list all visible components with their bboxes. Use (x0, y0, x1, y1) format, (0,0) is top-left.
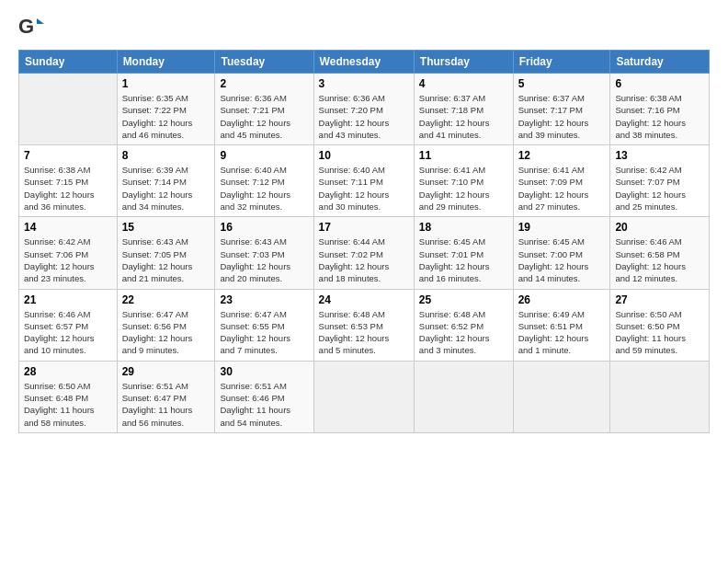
day-number: 21 (24, 293, 112, 306)
header-monday: Monday (117, 51, 215, 74)
calendar-cell: 3Sunrise: 6:36 AM Sunset: 7:20 PM Daylig… (313, 74, 414, 145)
day-info: Sunrise: 6:40 AM Sunset: 7:12 PM Dayligh… (220, 164, 308, 213)
header-sunday: Sunday (19, 51, 118, 74)
header-friday: Friday (513, 51, 610, 74)
day-info: Sunrise: 6:41 AM Sunset: 7:09 PM Dayligh… (518, 164, 606, 213)
calendar-cell: 10Sunrise: 6:40 AM Sunset: 7:11 PM Dayli… (313, 145, 414, 217)
calendar-cell: 2Sunrise: 6:36 AM Sunset: 7:21 PM Daylig… (215, 74, 313, 145)
calendar-cell: 28Sunrise: 6:50 AM Sunset: 6:48 PM Dayli… (19, 361, 118, 432)
day-info: Sunrise: 6:39 AM Sunset: 7:14 PM Dayligh… (122, 164, 210, 213)
calendar-cell: 12Sunrise: 6:41 AM Sunset: 7:09 PM Dayli… (513, 145, 610, 217)
day-info: Sunrise: 6:51 AM Sunset: 6:47 PM Dayligh… (122, 380, 210, 429)
calendar-cell: 7Sunrise: 6:38 AM Sunset: 7:15 PM Daylig… (19, 145, 118, 217)
calendar-cell: 18Sunrise: 6:45 AM Sunset: 7:01 PM Dayli… (414, 217, 513, 289)
day-number: 6 (615, 77, 704, 90)
calendar-cell: 9Sunrise: 6:40 AM Sunset: 7:12 PM Daylig… (215, 145, 313, 217)
calendar-cell: 29Sunrise: 6:51 AM Sunset: 6:47 PM Dayli… (117, 361, 215, 432)
header-wednesday: Wednesday (313, 51, 414, 74)
calendar-week-row: 28Sunrise: 6:50 AM Sunset: 6:48 PM Dayli… (19, 361, 710, 432)
day-info: Sunrise: 6:46 AM Sunset: 6:57 PM Dayligh… (24, 308, 112, 357)
day-number: 24 (319, 293, 409, 306)
calendar-cell: 15Sunrise: 6:43 AM Sunset: 7:05 PM Dayli… (117, 217, 215, 289)
day-info: Sunrise: 6:36 AM Sunset: 7:21 PM Dayligh… (220, 92, 308, 141)
calendar-cell: 14Sunrise: 6:42 AM Sunset: 7:06 PM Dayli… (19, 217, 118, 289)
calendar-table: SundayMondayTuesdayWednesdayThursdayFrid… (18, 50, 710, 433)
day-info: Sunrise: 6:45 AM Sunset: 7:00 PM Dayligh… (518, 236, 606, 284)
calendar-cell: 20Sunrise: 6:46 AM Sunset: 6:58 PM Dayli… (610, 217, 710, 289)
day-number: 23 (220, 293, 308, 306)
day-number: 3 (319, 77, 409, 90)
day-info: Sunrise: 6:38 AM Sunset: 7:16 PM Dayligh… (615, 92, 704, 141)
calendar-cell: 21Sunrise: 6:46 AM Sunset: 6:57 PM Dayli… (19, 289, 118, 361)
day-info: Sunrise: 6:50 AM Sunset: 6:50 PM Dayligh… (615, 308, 704, 357)
day-info: Sunrise: 6:47 AM Sunset: 6:56 PM Dayligh… (122, 308, 210, 357)
day-info: Sunrise: 6:51 AM Sunset: 6:46 PM Dayligh… (220, 380, 308, 429)
calendar-cell: 30Sunrise: 6:51 AM Sunset: 6:46 PM Dayli… (215, 361, 313, 432)
calendar-week-row: 7Sunrise: 6:38 AM Sunset: 7:15 PM Daylig… (19, 145, 710, 217)
day-number: 30 (220, 365, 308, 378)
calendar-cell: 24Sunrise: 6:48 AM Sunset: 6:53 PM Dayli… (313, 289, 414, 361)
calendar-cell: 4Sunrise: 6:37 AM Sunset: 7:18 PM Daylig… (414, 74, 513, 145)
calendar-week-row: 1Sunrise: 6:35 AM Sunset: 7:22 PM Daylig… (19, 74, 710, 145)
day-info: Sunrise: 6:38 AM Sunset: 7:15 PM Dayligh… (24, 164, 112, 213)
calendar-cell: 22Sunrise: 6:47 AM Sunset: 6:56 PM Dayli… (117, 289, 215, 361)
day-number: 4 (419, 77, 508, 90)
calendar-cell: 17Sunrise: 6:44 AM Sunset: 7:02 PM Dayli… (313, 217, 414, 289)
day-number: 9 (220, 149, 308, 162)
day-info: Sunrise: 6:42 AM Sunset: 7:07 PM Dayligh… (615, 164, 704, 213)
calendar-cell: 27Sunrise: 6:50 AM Sunset: 6:50 PM Dayli… (610, 289, 710, 361)
day-info: Sunrise: 6:40 AM Sunset: 7:11 PM Dayligh… (319, 164, 409, 213)
header-thursday: Thursday (414, 51, 513, 74)
day-info: Sunrise: 6:47 AM Sunset: 6:55 PM Dayligh… (220, 308, 308, 357)
day-info: Sunrise: 6:41 AM Sunset: 7:10 PM Dayligh… (419, 164, 508, 213)
day-number: 27 (615, 293, 704, 306)
day-number: 14 (24, 221, 112, 234)
calendar-cell: 26Sunrise: 6:49 AM Sunset: 6:51 PM Dayli… (513, 289, 610, 361)
header-tuesday: Tuesday (215, 51, 313, 74)
day-info: Sunrise: 6:37 AM Sunset: 7:17 PM Dayligh… (518, 92, 606, 141)
calendar-cell (414, 361, 513, 432)
day-info: Sunrise: 6:44 AM Sunset: 7:02 PM Dayligh… (319, 236, 409, 284)
calendar-cell: 16Sunrise: 6:43 AM Sunset: 7:03 PM Dayli… (215, 217, 313, 289)
day-info: Sunrise: 6:43 AM Sunset: 7:03 PM Dayligh… (220, 236, 308, 284)
day-number: 1 (122, 77, 210, 90)
day-info: Sunrise: 6:35 AM Sunset: 7:22 PM Dayligh… (122, 92, 210, 141)
day-number: 22 (122, 293, 210, 306)
logo: G (18, 15, 48, 40)
day-number: 18 (419, 221, 508, 234)
calendar-cell: 11Sunrise: 6:41 AM Sunset: 7:10 PM Dayli… (414, 145, 513, 217)
day-info: Sunrise: 6:50 AM Sunset: 6:48 PM Dayligh… (24, 380, 112, 429)
day-number: 8 (122, 149, 210, 162)
calendar-cell: 5Sunrise: 6:37 AM Sunset: 7:17 PM Daylig… (513, 74, 610, 145)
day-info: Sunrise: 6:37 AM Sunset: 7:18 PM Dayligh… (419, 92, 508, 141)
day-number: 2 (220, 77, 308, 90)
day-info: Sunrise: 6:36 AM Sunset: 7:20 PM Dayligh… (319, 92, 409, 141)
day-number: 28 (24, 365, 112, 378)
day-number: 25 (419, 293, 508, 306)
header-saturday: Saturday (610, 51, 710, 74)
calendar-cell (313, 361, 414, 432)
day-info: Sunrise: 6:49 AM Sunset: 6:51 PM Dayligh… (518, 308, 606, 357)
day-number: 5 (518, 77, 606, 90)
day-number: 29 (122, 365, 210, 378)
calendar-week-row: 14Sunrise: 6:42 AM Sunset: 7:06 PM Dayli… (19, 217, 710, 289)
calendar-cell (19, 74, 118, 145)
calendar-cell (513, 361, 610, 432)
svg-marker-1 (37, 18, 44, 24)
day-number: 13 (615, 149, 704, 162)
page-header: G (18, 15, 710, 40)
calendar-cell: 8Sunrise: 6:39 AM Sunset: 7:14 PM Daylig… (117, 145, 215, 217)
day-info: Sunrise: 6:46 AM Sunset: 6:58 PM Dayligh… (615, 236, 704, 284)
day-info: Sunrise: 6:43 AM Sunset: 7:05 PM Dayligh… (122, 236, 210, 284)
day-number: 10 (319, 149, 409, 162)
calendar-cell: 25Sunrise: 6:48 AM Sunset: 6:52 PM Dayli… (414, 289, 513, 361)
day-number: 20 (615, 221, 704, 234)
day-info: Sunrise: 6:42 AM Sunset: 7:06 PM Dayligh… (24, 236, 112, 284)
calendar-cell: 23Sunrise: 6:47 AM Sunset: 6:55 PM Dayli… (215, 289, 313, 361)
calendar-cell: 19Sunrise: 6:45 AM Sunset: 7:00 PM Dayli… (513, 217, 610, 289)
calendar-cell: 6Sunrise: 6:38 AM Sunset: 7:16 PM Daylig… (610, 74, 710, 145)
day-number: 11 (419, 149, 508, 162)
calendar-header-row: SundayMondayTuesdayWednesdayThursdayFrid… (19, 51, 710, 74)
calendar-cell (610, 361, 710, 432)
day-number: 7 (24, 149, 112, 162)
